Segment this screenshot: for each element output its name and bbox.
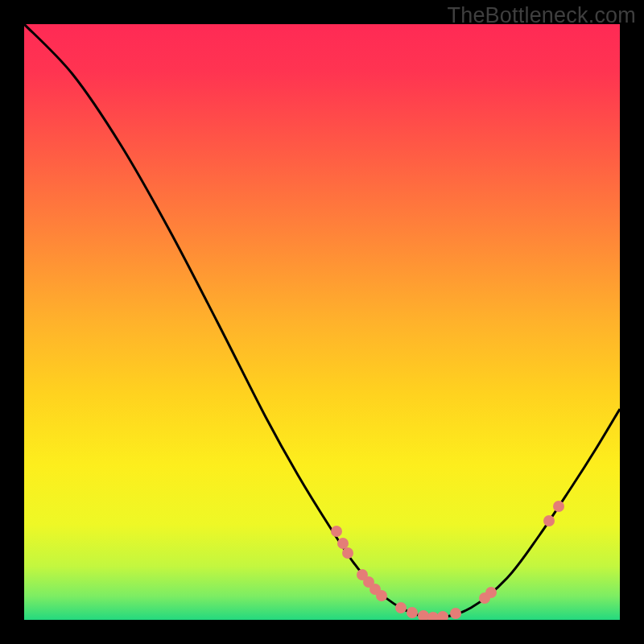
curve-marker [553, 501, 564, 512]
chart-root: TheBottleneck.com [0, 0, 644, 644]
curve-marker [337, 538, 349, 549]
curve-marker [407, 607, 418, 618]
curve-marker [342, 547, 353, 559]
curve-marker [543, 515, 555, 526]
curve-marker [331, 526, 342, 537]
curve-marker [485, 587, 497, 598]
curve-marker [376, 590, 387, 601]
curve-marker [450, 608, 461, 619]
curve-marker [395, 602, 407, 613]
plot-area [24, 24, 620, 620]
gradient-background [24, 24, 620, 620]
plot-svg [24, 24, 620, 620]
watermark-text: TheBottleneck.com [447, 3, 636, 28]
